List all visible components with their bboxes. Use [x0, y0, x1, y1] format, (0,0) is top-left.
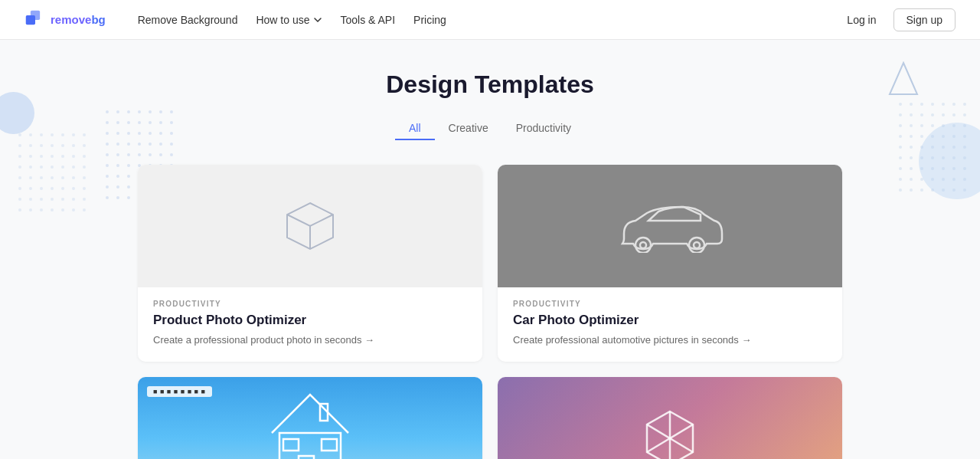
- svg-point-183: [952, 178, 956, 181]
- svg-point-12: [72, 144, 75, 147]
- svg-point-164: [899, 156, 902, 159]
- svg-point-173: [920, 167, 923, 170]
- svg-point-3: [51, 133, 54, 136]
- svg-rect-127: [31, 10, 40, 19]
- logo[interactable]: removebg: [24, 9, 106, 31]
- svg-point-141: [952, 113, 956, 116]
- svg-point-156: [963, 135, 966, 138]
- card-desc-car: Create professional automotive pictures …: [513, 333, 827, 348]
- svg-point-49: [18, 208, 21, 211]
- svg-point-36: [29, 187, 32, 190]
- svg-point-29: [29, 176, 32, 179]
- svg-point-31: [51, 176, 54, 179]
- svg-point-174: [931, 167, 934, 170]
- card-car-photo-optimizer[interactable]: PRODUCTIVITY Car Photo Optimizer Create …: [498, 165, 842, 362]
- card-title-car: Car Photo Optimizer: [513, 313, 827, 328]
- card-sky-replacer[interactable]: ■ ■ ■ ■ ■ ■ ■ ■: [138, 377, 482, 460]
- svg-point-2: [40, 133, 43, 136]
- svg-point-5: [72, 133, 75, 136]
- svg-point-28: [18, 176, 21, 179]
- svg-point-182: [942, 178, 945, 181]
- svg-point-113: [116, 185, 119, 189]
- svg-point-120: [116, 196, 119, 199]
- svg-point-23: [40, 166, 43, 169]
- svg-point-144: [910, 124, 913, 127]
- svg-point-171: [899, 167, 902, 170]
- svg-point-176: [952, 167, 956, 170]
- nav-tools-api[interactable]: Tools & API: [333, 9, 403, 31]
- nav-pricing[interactable]: Pricing: [406, 9, 454, 31]
- login-button[interactable]: Log in: [836, 9, 887, 31]
- main-content: Design Templates All Creative Productivi…: [122, 40, 858, 459]
- svg-rect-199: [299, 456, 314, 460]
- svg-point-148: [952, 124, 956, 127]
- svg-point-195: [640, 242, 646, 248]
- signup-button[interactable]: Sign up: [893, 8, 956, 31]
- nav-actions: Log in Sign up: [836, 8, 956, 31]
- svg-point-71: [116, 121, 119, 124]
- svg-point-7: [18, 144, 21, 147]
- nav-links: Remove Background How to use Tools & API…: [130, 9, 837, 31]
- tab-all[interactable]: All: [395, 117, 435, 140]
- svg-point-169: [952, 156, 956, 159]
- card-desc-product: Create a professional product photo in s…: [153, 333, 467, 348]
- svg-point-30: [40, 176, 43, 179]
- svg-point-153: [931, 135, 934, 138]
- svg-point-167: [931, 156, 934, 159]
- svg-point-135: [963, 103, 966, 106]
- svg-point-38: [51, 187, 54, 190]
- svg-point-50: [29, 208, 32, 211]
- nav-remove-bg[interactable]: Remove Background: [130, 9, 246, 31]
- card-change-background[interactable]: PRODUCTIVITY Change Image Background Rep…: [498, 377, 842, 460]
- svg-point-131: [920, 103, 923, 106]
- svg-point-51: [40, 208, 43, 211]
- svg-point-158: [910, 146, 913, 149]
- tabs: All Creative Productivity: [138, 117, 842, 140]
- tab-productivity[interactable]: Productivity: [502, 117, 585, 140]
- card-image-product: [138, 165, 482, 287]
- svg-point-166: [920, 156, 923, 159]
- svg-point-147: [942, 124, 945, 127]
- svg-point-186: [910, 189, 913, 192]
- svg-point-150: [899, 135, 902, 138]
- svg-point-27: [83, 166, 86, 169]
- car-icon: [616, 199, 724, 253]
- tab-creative[interactable]: Creative: [435, 117, 502, 140]
- svg-point-146: [931, 124, 934, 127]
- card-product-photo-optimizer[interactable]: PRODUCTIVITY Product Photo Optimizer Cre…: [138, 165, 482, 362]
- svg-point-64: [116, 110, 119, 113]
- svg-point-106: [116, 175, 119, 178]
- svg-point-132: [931, 103, 934, 106]
- svg-point-170: [963, 156, 966, 159]
- svg-point-37: [40, 187, 43, 190]
- svg-point-13: [83, 144, 86, 147]
- svg-point-41: [83, 187, 86, 190]
- svg-point-6: [83, 133, 86, 136]
- svg-point-46: [61, 198, 64, 201]
- svg-point-54: [72, 208, 75, 211]
- svg-point-185: [899, 189, 902, 192]
- card-image-sky: ■ ■ ■ ■ ■ ■ ■ ■: [138, 377, 482, 460]
- svg-point-184: [963, 178, 966, 181]
- svg-point-0: [18, 133, 21, 136]
- svg-point-149: [963, 124, 966, 127]
- svg-point-19: [72, 155, 75, 158]
- card-body-product: PRODUCTIVITY Product Photo Optimizer Cre…: [138, 287, 482, 362]
- svg-point-140: [942, 113, 945, 116]
- card-grid: PRODUCTIVITY Product Photo Optimizer Cre…: [138, 165, 842, 459]
- svg-point-24: [51, 166, 54, 169]
- svg-point-159: [920, 146, 923, 149]
- logo-text: removebg: [51, 13, 106, 26]
- svg-point-119: [106, 196, 109, 199]
- svg-point-139: [931, 113, 934, 116]
- svg-point-142: [963, 113, 966, 116]
- svg-marker-128: [890, 63, 917, 94]
- svg-point-4: [61, 133, 64, 136]
- svg-point-138: [920, 113, 923, 116]
- gem-icon: [635, 404, 704, 460]
- svg-point-14: [18, 155, 21, 158]
- decorative-circle-right: [919, 123, 980, 199]
- svg-rect-201: [322, 439, 337, 451]
- nav-how-to-use[interactable]: How to use: [248, 9, 329, 31]
- svg-point-151: [910, 135, 913, 138]
